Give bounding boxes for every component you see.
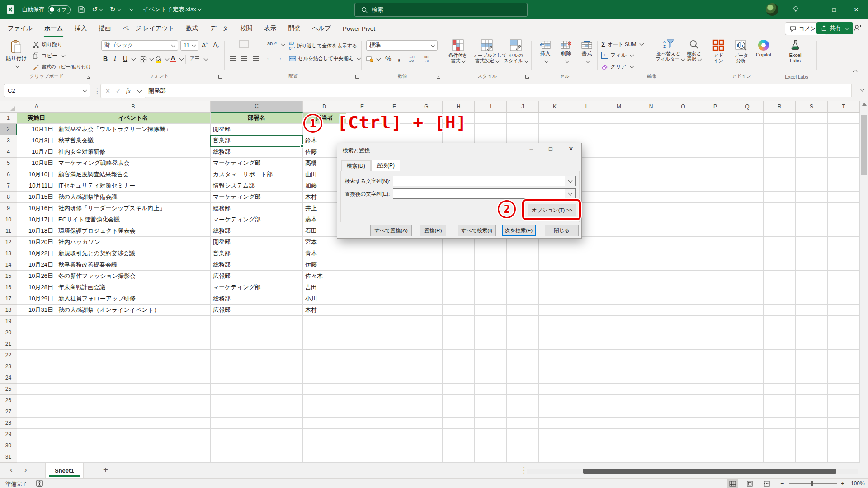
cell-O25[interactable] [667, 384, 699, 395]
cell-M12[interactable] [603, 237, 635, 248]
minimize-button[interactable]: – [802, 0, 823, 19]
cell-I2[interactable] [475, 124, 507, 135]
row-header-8[interactable]: 8 [0, 192, 17, 203]
cell-R20[interactable] [764, 327, 796, 338]
cell-A9[interactable]: 10月16日 [17, 203, 56, 214]
cell-S2[interactable] [796, 124, 828, 135]
cell-P7[interactable] [699, 180, 731, 192]
ribbon-tab-7[interactable]: 校閲 [235, 19, 259, 38]
cell-C4[interactable]: 総務部 [211, 146, 303, 158]
cell-P23[interactable] [699, 361, 731, 372]
row-header-27[interactable]: 27 [0, 406, 17, 418]
cell-N6[interactable] [635, 169, 667, 180]
cell-C2[interactable]: 開発部 [211, 124, 303, 135]
cell-F29[interactable] [378, 429, 410, 440]
row-header-12[interactable]: 12 [0, 237, 17, 248]
cell-J27[interactable] [507, 406, 539, 418]
cell-K24[interactable] [539, 372, 571, 384]
cell-N3[interactable] [635, 135, 667, 146]
cell-K23[interactable] [539, 361, 571, 372]
cell-F28[interactable] [378, 418, 410, 429]
dialog-launcher-icon[interactable] [436, 75, 441, 79]
cell-Q13[interactable] [731, 248, 764, 259]
cell-Q27[interactable] [731, 406, 764, 418]
cell-L2[interactable] [571, 124, 603, 135]
column-header-A[interactable]: A [17, 101, 56, 113]
dialog-tab-1[interactable]: 置換(P) [371, 160, 400, 171]
font-size-select[interactable]: 11 [180, 40, 198, 51]
cell-S11[interactable] [796, 225, 828, 237]
cell-K14[interactable] [539, 259, 571, 271]
cell-P27[interactable] [699, 406, 731, 418]
cell-R2[interactable] [764, 124, 796, 135]
find-select-button[interactable]: 検索と選択 [684, 39, 704, 61]
cell-J15[interactable] [507, 271, 539, 282]
cell-B15[interactable]: 冬の新作ファッション撮影会 [56, 271, 211, 282]
cell-J1[interactable] [507, 113, 539, 124]
cell-C14[interactable]: 総務部 [211, 259, 303, 271]
cell-E15[interactable] [346, 271, 378, 282]
cell-R14[interactable] [764, 259, 796, 271]
cell-B28[interactable] [56, 418, 211, 429]
cell-A4[interactable]: 10月7日 [17, 146, 56, 158]
sheet-tab-sheet1[interactable]: Sheet1 [45, 463, 84, 478]
cell-F30[interactable] [378, 440, 410, 451]
cell-N2[interactable] [635, 124, 667, 135]
borders-button[interactable] [140, 56, 147, 63]
fill-color-button[interactable] [155, 55, 162, 63]
cell-N16[interactable] [635, 282, 667, 293]
cell-B29[interactable] [56, 429, 211, 440]
cell-M27[interactable] [603, 406, 635, 418]
cell-D15[interactable]: 佐々木 [303, 271, 346, 282]
cell-C7[interactable]: 情報システム部 [211, 180, 303, 192]
cell-A20[interactable] [17, 327, 56, 338]
cell-S27[interactable] [796, 406, 828, 418]
cell-H13[interactable] [443, 248, 475, 259]
cell-Q15[interactable] [731, 271, 764, 282]
row-header-16[interactable]: 16 [0, 282, 17, 293]
cell-S29[interactable] [796, 429, 828, 440]
cell-M22[interactable] [603, 350, 635, 361]
cell-B20[interactable] [56, 327, 211, 338]
cell-J21[interactable] [507, 338, 539, 350]
row-header-1[interactable]: 1 [0, 113, 17, 124]
cell-C30[interactable] [211, 440, 303, 451]
cell-N23[interactable] [635, 361, 667, 372]
cell-N8[interactable] [635, 192, 667, 203]
cell-A7[interactable]: 10月11日 [17, 180, 56, 192]
cell-T18[interactable] [828, 305, 860, 316]
cell-P5[interactable] [699, 158, 731, 169]
zoom-in-icon[interactable]: + [841, 480, 844, 487]
cell-S20[interactable] [796, 327, 828, 338]
cell-B27[interactable] [56, 406, 211, 418]
cell-P15[interactable] [699, 271, 731, 282]
vertical-scrollbar[interactable] [860, 101, 868, 463]
dialog-launcher-icon[interactable] [86, 75, 91, 79]
cell-O11[interactable] [667, 225, 699, 237]
cell-G23[interactable] [410, 361, 443, 372]
person-add-icon[interactable] [854, 24, 862, 32]
cell-Q3[interactable] [731, 135, 764, 146]
cell-M6[interactable] [603, 169, 635, 180]
cell-M8[interactable] [603, 192, 635, 203]
cell-I31[interactable] [475, 451, 507, 463]
cell-I14[interactable] [475, 259, 507, 271]
font-name-select[interactable]: 游ゴシック [101, 40, 178, 51]
cell-Q7[interactable] [731, 180, 764, 192]
cell-N4[interactable] [635, 146, 667, 158]
cell-L19[interactable] [571, 316, 603, 327]
cell-S21[interactable] [796, 338, 828, 350]
cell-J2[interactable] [507, 124, 539, 135]
cell-M23[interactable] [603, 361, 635, 372]
cell-C6[interactable]: カスタマーサポート部 [211, 169, 303, 180]
cell-I25[interactable] [475, 384, 507, 395]
cell-P24[interactable] [699, 372, 731, 384]
cell-A25[interactable] [17, 384, 56, 395]
row-header-26[interactable]: 26 [0, 395, 17, 406]
cell-B30[interactable] [56, 440, 211, 451]
cell-C29[interactable] [211, 429, 303, 440]
cell-O31[interactable] [667, 451, 699, 463]
cell-B18[interactable]: 秋の大感謝祭（オンラインイベント） [56, 305, 211, 316]
quick-access-customize-button[interactable] [128, 9, 133, 10]
cell-H24[interactable] [443, 372, 475, 384]
